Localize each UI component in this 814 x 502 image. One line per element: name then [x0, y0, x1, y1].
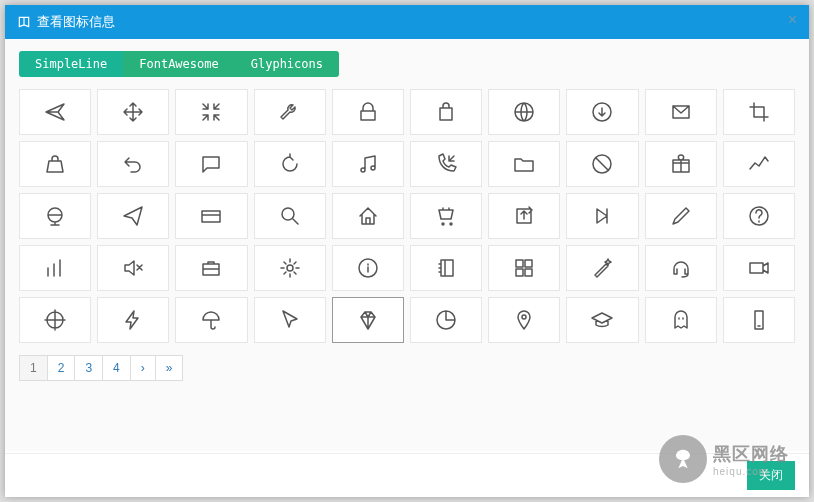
pagination: 1234›»	[19, 355, 795, 381]
modal-title: 查看图标信息	[37, 13, 115, 31]
info-icon[interactable]	[332, 245, 404, 291]
briefcase-icon[interactable]	[175, 245, 247, 291]
paper-plane-icon[interactable]	[97, 193, 169, 239]
crop-icon[interactable]	[723, 89, 795, 135]
diamond-icon[interactable]	[332, 297, 404, 343]
titlebar: 查看图标信息 ×	[5, 5, 809, 39]
plane-icon[interactable]	[19, 89, 91, 135]
cursor-icon[interactable]	[254, 297, 326, 343]
pie-icon[interactable]	[410, 297, 482, 343]
globe-icon[interactable]	[488, 89, 560, 135]
page-3[interactable]: 3	[74, 355, 103, 381]
modal-window: 查看图标信息 × SimpleLineFontAwesomeGlyphicons…	[5, 5, 809, 497]
page-»[interactable]: »	[155, 355, 184, 381]
tab-fontawesome[interactable]: FontAwesome	[123, 51, 234, 77]
icon-grid	[19, 89, 795, 343]
prev-icon[interactable]	[566, 193, 638, 239]
graph-icon[interactable]	[723, 141, 795, 187]
headset-icon[interactable]	[645, 245, 717, 291]
footer: 黑区网络 heiqu.com 关闭	[5, 453, 809, 497]
ghost-icon[interactable]	[645, 297, 717, 343]
page-4[interactable]: 4	[102, 355, 131, 381]
download-icon[interactable]	[566, 89, 638, 135]
ban-icon[interactable]	[566, 141, 638, 187]
cart-icon[interactable]	[410, 193, 482, 239]
tab-glyphicons[interactable]: Glyphicons	[235, 51, 339, 77]
pencil-icon[interactable]	[645, 193, 717, 239]
gear-icon[interactable]	[254, 245, 326, 291]
undo-icon[interactable]	[97, 141, 169, 187]
search-icon[interactable]	[254, 193, 326, 239]
content-area: SimpleLineFontAwesomeGlyphicons 1234›»	[5, 39, 809, 451]
grid-icon[interactable]	[488, 245, 560, 291]
target-icon[interactable]	[19, 297, 91, 343]
page-1[interactable]: 1	[19, 355, 48, 381]
gift-icon[interactable]	[645, 141, 717, 187]
video-icon[interactable]	[723, 245, 795, 291]
reload-icon[interactable]	[254, 141, 326, 187]
tab-bar: SimpleLineFontAwesomeGlyphicons	[19, 51, 795, 77]
handbag-icon[interactable]	[19, 141, 91, 187]
call-in-icon[interactable]	[410, 141, 482, 187]
watermark-text: 黑区网络	[713, 442, 789, 466]
question-icon[interactable]	[723, 193, 795, 239]
wrench-icon[interactable]	[254, 89, 326, 135]
envelope-icon[interactable]	[645, 89, 717, 135]
mute-icon[interactable]	[97, 245, 169, 291]
home-icon[interactable]	[332, 193, 404, 239]
bag-icon[interactable]	[410, 89, 482, 135]
move-icon[interactable]	[97, 89, 169, 135]
close-icon[interactable]: ×	[788, 11, 797, 29]
book-icon	[17, 15, 31, 29]
globe2-icon[interactable]	[19, 193, 91, 239]
shrink-icon[interactable]	[175, 89, 247, 135]
page-2[interactable]: 2	[47, 355, 76, 381]
tab-simpleline[interactable]: SimpleLine	[19, 51, 123, 77]
energy-icon[interactable]	[97, 297, 169, 343]
watermark: 黑区网络 heiqu.com	[659, 435, 789, 483]
wand-icon[interactable]	[566, 245, 638, 291]
graduation-icon[interactable]	[566, 297, 638, 343]
credit-card-icon[interactable]	[175, 193, 247, 239]
umbrella-icon[interactable]	[175, 297, 247, 343]
page-›[interactable]: ›	[130, 355, 156, 381]
pin-icon[interactable]	[488, 297, 560, 343]
folder-icon[interactable]	[488, 141, 560, 187]
share-icon[interactable]	[488, 193, 560, 239]
chat-icon[interactable]	[175, 141, 247, 187]
notebook-icon[interactable]	[410, 245, 482, 291]
watermark-sub: heiqu.com	[713, 466, 789, 477]
phone-icon[interactable]	[723, 297, 795, 343]
watermark-logo	[659, 435, 707, 483]
music-icon[interactable]	[332, 141, 404, 187]
chart-icon[interactable]	[19, 245, 91, 291]
lock-icon[interactable]	[332, 89, 404, 135]
